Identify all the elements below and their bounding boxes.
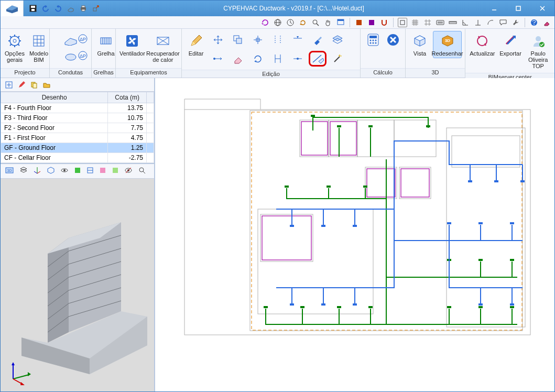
exportar-button[interactable]: Exportar	[498, 31, 523, 58]
svg-rect-164	[262, 216, 311, 260]
recuperador-button[interactable]: Recuperador de calor	[148, 31, 178, 64]
hand-icon[interactable]	[323, 18, 333, 27]
col-cota[interactable]: Cota (m)	[108, 92, 147, 103]
table-row[interactable]: CF - Cellar Floor-2.75	[1, 153, 154, 163]
arc-icon[interactable]	[486, 18, 495, 27]
cube2-icon[interactable]	[47, 166, 55, 177]
move-button[interactable]	[209, 32, 227, 48]
table-row[interactable]: F2 - Second Floor7.75	[1, 123, 154, 133]
axis-icon[interactable]	[33, 166, 41, 177]
reload-icon[interactable]	[298, 18, 308, 27]
svg-rect-179	[510, 306, 514, 308]
move-point-button[interactable]	[209, 51, 227, 67]
zoom-icon[interactable]	[311, 18, 320, 27]
save-icon[interactable]	[29, 4, 37, 13]
help-globe-icon[interactable]	[529, 18, 539, 27]
svg-rect-155	[260, 214, 313, 262]
perp-icon[interactable]	[473, 18, 483, 27]
ventilador-button[interactable]: Ventilador	[119, 31, 146, 58]
svg-point-97	[536, 36, 541, 41]
opcoes-gerais-button[interactable]: Opções gerais	[4, 31, 26, 64]
layers-button[interactable]	[329, 32, 346, 48]
layers2-icon[interactable]	[19, 166, 28, 177]
modelo-bim-button[interactable]: Modelo BIM	[28, 31, 50, 64]
minimize-button[interactable]	[482, 1, 506, 16]
svg-rect-184	[494, 180, 498, 182]
group-label: Equipamentos	[116, 68, 181, 78]
user-button[interactable]: Paulo Oliveira TOP	[525, 31, 551, 71]
rectangle-icon[interactable]	[398, 18, 407, 27]
wand-button[interactable]	[329, 51, 346, 67]
undo-icon[interactable]	[41, 4, 50, 13]
conduta-dp-button-2[interactable]: ΔP	[74, 48, 92, 63]
clock-icon[interactable]	[286, 18, 295, 27]
conduta-dp-button-1[interactable]: ΔP	[74, 31, 92, 47]
angle-icon[interactable]	[461, 18, 470, 27]
snap1-icon[interactable]	[354, 18, 364, 27]
erase-button[interactable]	[229, 51, 247, 67]
error-button[interactable]	[384, 31, 402, 49]
grelha-button[interactable]: Grelha	[95, 31, 117, 58]
blue-icon[interactable]	[86, 167, 94, 176]
table-row[interactable]: GF - Ground Floor1.25	[1, 143, 154, 153]
box-icon[interactable]	[67, 4, 75, 13]
wrench-icon[interactable]	[511, 18, 520, 27]
redesenhar-button[interactable]: 3D Redesenhar	[433, 31, 462, 58]
copy-icon[interactable]	[30, 81, 38, 89]
measure-highlighted-button[interactable]	[309, 51, 327, 67]
ruler-icon[interactable]	[448, 18, 458, 27]
main-canvas[interactable]	[155, 78, 554, 391]
globe-icon[interactable]	[273, 18, 282, 27]
editar-button[interactable]: Editar	[185, 31, 207, 58]
calc-button[interactable]	[364, 31, 382, 49]
chat-icon[interactable]	[498, 18, 508, 27]
quick-access-toolbar	[24, 4, 105, 13]
svg-rect-25	[338, 19, 344, 21]
edit-icon[interactable]	[17, 81, 26, 89]
select-window-icon[interactable]	[336, 18, 345, 27]
table-row[interactable]: F4 - Fourth Floor13.75	[1, 103, 154, 113]
actualizar-button[interactable]: Actualizar	[469, 31, 496, 58]
eraser-icon[interactable]	[542, 18, 551, 27]
table-row[interactable]: F1 - First Floor4.75	[1, 133, 154, 143]
align-h1-button[interactable]	[289, 32, 307, 48]
close-button[interactable]	[530, 1, 554, 16]
brush-button[interactable]	[309, 32, 327, 48]
svg-point-83	[375, 40, 376, 41]
folder-icon[interactable]	[42, 81, 51, 89]
vista-button[interactable]: Vista	[409, 31, 431, 58]
snap2-icon[interactable]	[367, 18, 376, 27]
table-row[interactable]: F3 - Third Floor10.75	[1, 113, 154, 123]
grid-icon[interactable]	[410, 18, 420, 27]
view3d-icon[interactable]: 3D	[5, 166, 14, 177]
window-controls	[482, 1, 554, 16]
print-icon[interactable]	[79, 4, 88, 13]
rotate-button[interactable]	[249, 51, 267, 67]
pink-icon[interactable]	[99, 167, 106, 176]
align-v2-button[interactable]	[269, 51, 287, 67]
lightgreen-icon[interactable]	[112, 167, 119, 176]
align-v1-button[interactable]	[269, 32, 287, 48]
refresh-icon[interactable]	[260, 18, 270, 27]
svg-line-110	[34, 171, 37, 173]
floor-table[interactable]: Desenho Cota (m) F4 - Fourth Floor13.75F…	[1, 92, 154, 164]
svg-marker-107	[20, 169, 27, 172]
redo-icon[interactable]	[54, 4, 62, 13]
export-icon[interactable]	[92, 4, 100, 13]
svg-rect-196	[510, 303, 514, 306]
magnet-icon[interactable]	[379, 18, 389, 27]
zoom2-icon[interactable]	[138, 166, 146, 177]
eye-icon[interactable]	[124, 166, 133, 177]
keyboard-icon[interactable]	[436, 18, 445, 27]
copy-button[interactable]	[229, 32, 247, 48]
move2-button[interactable]	[249, 32, 267, 48]
orbit-icon[interactable]	[60, 166, 69, 177]
grid2-icon[interactable]	[423, 18, 432, 27]
maximize-button[interactable]	[506, 1, 530, 16]
svg-rect-183	[468, 180, 472, 182]
col-desenho[interactable]: Desenho	[1, 92, 108, 103]
green-icon[interactable]	[74, 167, 81, 176]
add-icon[interactable]	[5, 81, 13, 89]
align-h2-button[interactable]	[289, 51, 307, 67]
3d-preview[interactable]	[1, 179, 154, 391]
